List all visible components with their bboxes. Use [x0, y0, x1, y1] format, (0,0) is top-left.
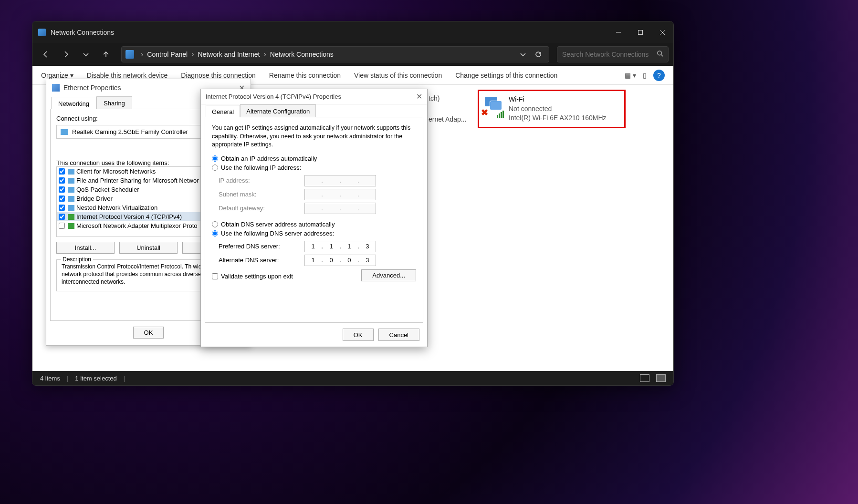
component-icon	[68, 169, 74, 175]
validate-label: Validate settings upon exit	[221, 273, 293, 280]
recent-button[interactable]	[77, 46, 94, 63]
preview-pane-icon[interactable]: ▯	[643, 72, 647, 79]
alternate-dns-input[interactable]: 1. 0. 0. 3	[304, 255, 376, 266]
tab-networking[interactable]: Networking	[51, 97, 96, 109]
breadcrumb-item[interactable]: Network and Internet	[198, 51, 260, 58]
wifi-connection-tile[interactable]: ✖ Wi-Fi Not connected Intel(R) Wi-Fi 6E …	[478, 90, 626, 128]
item-checkbox[interactable]	[59, 205, 65, 211]
view-options-icon[interactable]: ▤ ▾	[625, 72, 636, 79]
search-input[interactable]	[562, 51, 657, 58]
tab-alternate-config[interactable]: Alternate Configuration	[240, 104, 316, 117]
ip-address-label: IP address:	[219, 177, 304, 184]
signal-bars-icon	[497, 111, 504, 118]
svg-point-5	[658, 51, 662, 55]
change-settings-button[interactable]: Change settings of this connection	[455, 72, 557, 79]
preferred-dns-input[interactable]: 1. 1. 1. 3	[304, 241, 376, 252]
connection-status: Not connected	[509, 104, 607, 114]
ok-button[interactable]: OK	[133, 327, 164, 339]
item-checkbox[interactable]	[59, 214, 65, 220]
address-bar[interactable]: › Control Panel › Network and Internet ›…	[121, 46, 549, 62]
item-checkbox[interactable]	[59, 223, 65, 229]
refresh-button[interactable]	[532, 48, 545, 61]
dns-auto-label: Obtain DNS server address automatically	[221, 221, 335, 228]
ipv4-properties-dialog: Internet Protocol Version 4 (TCP/IPv4) P…	[200, 89, 428, 347]
dns-manual-radio[interactable]	[212, 230, 218, 237]
chevron-right-icon: ›	[141, 50, 143, 59]
view-status-button[interactable]: View status of this connection	[354, 72, 442, 79]
close-button[interactable]: ✕	[416, 92, 422, 101]
large-icons-view-icon[interactable]	[656, 374, 666, 382]
ip-manual-radio-row[interactable]: Use the following IP address:	[212, 164, 416, 171]
intro-text: You can get IP settings assigned automat…	[212, 124, 416, 149]
tab-general[interactable]: General	[206, 105, 240, 117]
item-checkbox[interactable]	[59, 186, 65, 193]
component-icon	[68, 214, 74, 220]
advanced-button[interactable]: Advanced...	[361, 269, 416, 281]
diagnose-button[interactable]: Diagnose this connection	[181, 72, 255, 79]
item-checkbox[interactable]	[59, 195, 65, 202]
nic-icon	[61, 129, 68, 135]
organize-menu[interactable]: Organize ▾	[41, 72, 73, 79]
maximize-button[interactable]	[629, 21, 651, 43]
navigation-bar: › Control Panel › Network and Internet ›…	[32, 43, 673, 66]
breadcrumb-item[interactable]: Network Connections	[270, 51, 334, 58]
nic-name: Realtek Gaming 2.5GbE Family Controller	[72, 128, 188, 135]
rename-button[interactable]: Rename this connection	[269, 72, 341, 79]
chevron-right-icon: ›	[191, 50, 194, 59]
window-title: Network Connections	[51, 29, 114, 36]
connection-name: Wi-Fi	[509, 95, 607, 104]
ip-auto-radio[interactable]	[212, 155, 218, 162]
default-gateway-label: Default gateway:	[219, 205, 304, 212]
x-icon: ✖	[481, 107, 488, 118]
chevron-right-icon: ›	[263, 50, 266, 59]
search-box[interactable]	[557, 46, 669, 62]
dns-manual-label: Use the following DNS server addresses:	[221, 230, 334, 237]
cancel-button[interactable]: Cancel	[378, 329, 419, 341]
ethernet-icon	[52, 84, 60, 92]
ip-manual-radio[interactable]	[212, 165, 218, 171]
dns-auto-radio[interactable]	[212, 221, 218, 227]
alternate-dns-label: Alternate DNS server:	[219, 257, 304, 264]
subnet-mask-input: ...	[304, 189, 376, 200]
default-gateway-input: ...	[304, 203, 376, 214]
uninstall-button[interactable]: Uninstall	[119, 242, 178, 254]
disable-device-button[interactable]: Disable this network device	[87, 72, 168, 79]
ip-manual-label: Use the following IP address:	[221, 164, 301, 171]
ip-address-input: ...	[304, 175, 376, 186]
forward-button[interactable]	[57, 46, 74, 63]
minimize-button[interactable]	[607, 21, 629, 43]
item-count: 4 items	[40, 375, 60, 382]
partial-text: ernet Adap...	[429, 115, 466, 123]
chevron-down-icon[interactable]	[516, 48, 530, 61]
ok-button[interactable]: OK	[343, 329, 374, 341]
location-icon	[126, 50, 134, 59]
dialog-title: Ethernet Properties	[63, 84, 121, 92]
partial-text: tch)	[429, 94, 439, 102]
validate-checkbox[interactable]	[212, 273, 218, 279]
component-icon	[68, 178, 74, 184]
titlebar: Network Connections	[32, 21, 673, 43]
dns-auto-radio-row[interactable]: Obtain DNS server address automatically	[212, 221, 416, 228]
tab-sharing[interactable]: Sharing	[96, 96, 132, 109]
tab-content: You can get IP settings assigned automat…	[205, 117, 423, 323]
ip-auto-label: Obtain an IP address automatically	[221, 155, 317, 162]
selection-count: 1 item selected	[75, 375, 116, 382]
search-icon	[657, 50, 663, 59]
svg-rect-1	[638, 30, 643, 34]
up-button[interactable]	[97, 46, 115, 63]
details-view-icon[interactable]	[640, 374, 649, 382]
breadcrumb-item[interactable]: Control Panel	[147, 51, 188, 58]
component-icon	[68, 223, 74, 229]
help-icon[interactable]: ?	[653, 70, 665, 81]
install-button[interactable]: Install...	[56, 242, 115, 254]
back-button[interactable]	[37, 46, 54, 63]
dns-manual-radio-row[interactable]: Use the following DNS server addresses:	[212, 230, 416, 237]
description-legend: Description	[61, 256, 93, 263]
subnet-mask-label: Subnet mask:	[219, 191, 304, 198]
adapter-name: Intel(R) Wi-Fi 6E AX210 160MHz	[509, 113, 607, 123]
ip-auto-radio-row[interactable]: Obtain an IP address automatically	[212, 155, 416, 162]
network-icon	[38, 29, 46, 36]
item-checkbox[interactable]	[59, 177, 65, 184]
item-checkbox[interactable]	[59, 168, 65, 175]
close-button[interactable]	[651, 21, 673, 43]
